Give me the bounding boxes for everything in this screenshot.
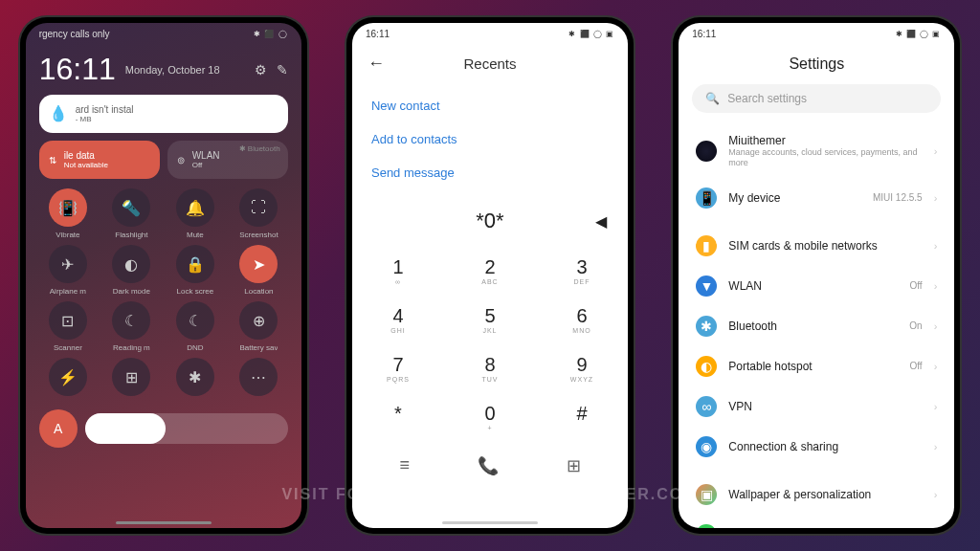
qs-toggle[interactable]: ⚡ [39,358,98,400]
call-button[interactable]: 📞 [478,455,499,476]
dial-key[interactable]: # [536,393,628,442]
settings-item-name: SIM cards & mobile networks [728,239,910,253]
action-link[interactable]: New contact [371,89,609,122]
dial-key[interactable]: 3DEF [536,247,628,296]
settings-item-icon: ▮ [696,235,717,256]
status-left: rgency calls only [39,29,110,39]
qs-toggle[interactable]: 🔔Mute [167,188,225,239]
qs-label: Airplane m [50,287,86,296]
nav-handle[interactable] [116,521,212,524]
qs-toggle[interactable]: ⋯ [230,358,288,400]
settings-item[interactable]: ∞VPN› [692,386,941,427]
dial-display: *0* ◀ [352,195,628,247]
qs-icon: 🔒 [176,245,214,283]
phone-dialer: 16:11 ✱ ⬛ ◯ ▣ ← Recents New contactAdd t… [346,17,634,534]
qs-label: Reading m [113,343,150,352]
settings-item-name: VPN [728,400,910,413]
settings-item[interactable]: 📱My deviceMIUI 12.5.5› [692,178,941,218]
page-title: Settings [679,44,954,84]
edit-icon[interactable]: ✎ [277,62,288,77]
clock-row: 16:11 Monday, October 18 ⚙ ✎ [39,52,288,87]
qs-label: Mute [187,231,204,239]
wlan-tile[interactable]: ✱ Bluetooth ⊚ WLAN Off [167,141,288,179]
dial-key[interactable]: 7PQRS [352,344,444,393]
qs-toggle[interactable]: 📳Vibrate [39,188,98,239]
account-item[interactable]: Miuithemer Manage accounts, cloud servic… [692,124,941,178]
tile-label: ile data [64,150,108,161]
qs-toggle[interactable]: ⊞ [102,358,161,400]
qs-toggle[interactable]: ◐Dark mode [102,245,161,296]
fab-button[interactable]: A [39,409,78,448]
settings-item-name: Wallpaper & personalization [728,488,910,501]
settings-item-value: Off [909,361,922,371]
dial-key[interactable]: 4GHI [352,296,444,344]
qs-toggle[interactable]: ⊕Battery sav [230,301,288,352]
settings-item-icon: ▣ [696,484,717,505]
nav-handle[interactable] [442,521,538,524]
dialed-number: *0* [476,209,503,232]
qs-icon: ☾ [112,301,150,340]
action-link[interactable]: Send message [371,156,609,189]
mobile-data-tile[interactable]: ⇅ ile data Not available [39,141,160,179]
chevron-right-icon: › [934,280,938,292]
settings-item-name: Connection & sharing [728,440,910,453]
dial-key[interactable]: 9WXYZ [536,344,628,393]
qs-toggle[interactable]: ✱ [167,358,225,400]
backspace-icon[interactable]: ◀ [595,212,607,231]
qs-toggle[interactable]: 🔦Flashlight [102,188,161,239]
status-time: 16:11 [692,29,716,39]
dial-key[interactable]: * [352,393,444,442]
qs-toggle[interactable]: ⛶Screenshot [230,188,288,239]
chevron-right-icon: › [934,145,938,157]
qs-icon: ⊞ [112,358,150,396]
brightness-slider[interactable] [85,413,288,444]
card-sub: - MB [76,115,134,123]
dial-key[interactable]: 1∞ [352,247,444,296]
settings-item-name: Portable hotspot [728,360,898,373]
search-input[interactable]: 🔍 Search settings [692,84,941,113]
qs-toggle[interactable]: 🔒Lock scree [167,245,225,296]
qs-toggle[interactable]: ☾DND [167,301,225,352]
qs-label: DND [187,343,203,352]
status-bar: rgency calls only ✱ ⬛ ◯ [26,23,301,44]
chevron-right-icon: › [934,240,938,252]
dial-key[interactable]: 6MNO [536,296,628,344]
status-icons: ✱ ⬛ ◯ ▣ [568,30,614,38]
dial-key[interactable]: 2ABC [444,247,536,296]
tile-sub: Off [192,161,220,169]
qs-icon: ⋯ [239,358,278,396]
settings-item[interactable]: ✱BluetoothOn› [692,306,941,346]
dial-key[interactable]: 0+ [444,393,536,442]
dial-key[interactable]: 5JKL [444,296,536,344]
status-time: 16:11 [366,29,390,39]
settings-item[interactable]: ▮SIM cards & mobile networks› [692,226,941,266]
water-icon: 💧 [49,104,68,123]
card-title: ard isn't instal [76,104,134,115]
settings-item[interactable]: ▣Wallpaper & personalization› [692,474,941,515]
qs-toggle[interactable]: ⊡Scanner [39,301,98,352]
qs-toggle[interactable]: ✈Airplane m [39,245,98,296]
chevron-right-icon: › [934,441,938,452]
qs-toggle[interactable]: ➤Location [230,245,288,296]
settings-item[interactable]: ◐Portable hotspotOff› [692,346,941,386]
data-card[interactable]: 💧 ard isn't instal - MB [39,95,288,133]
account-desc: Manage accounts, cloud services, payment… [728,147,922,168]
tile-sub: Not available [64,161,108,169]
settings-item[interactable]: 🔒Always-on display & Lock screen› [692,515,941,528]
action-links: New contactAdd to contactsSend message [352,83,628,195]
qs-toggle[interactable]: ☾Reading m [102,301,161,352]
dialpad-toggle-icon[interactable]: ⊞ [567,455,581,476]
qs-label: Location [244,287,273,296]
chevron-right-icon: › [934,361,938,372]
settings-item[interactable]: ◉Connection & sharing› [692,427,941,467]
qs-label: Vibrate [56,231,79,239]
action-link[interactable]: Add to contacts [371,122,609,156]
settings-item[interactable]: ▼WLANOff› [692,266,941,306]
chevron-right-icon: › [934,401,938,412]
phone-control-center: rgency calls only ✱ ⬛ ◯ 16:11 Monday, Oc… [20,17,307,534]
dial-key[interactable]: 8TUV [444,344,536,393]
menu-icon[interactable]: ≡ [399,455,410,476]
status-icons: ✱ ⬛ ◯ ▣ [896,30,942,38]
settings-icon[interactable]: ⚙ [255,62,267,77]
settings-item-icon: 📱 [696,187,717,209]
